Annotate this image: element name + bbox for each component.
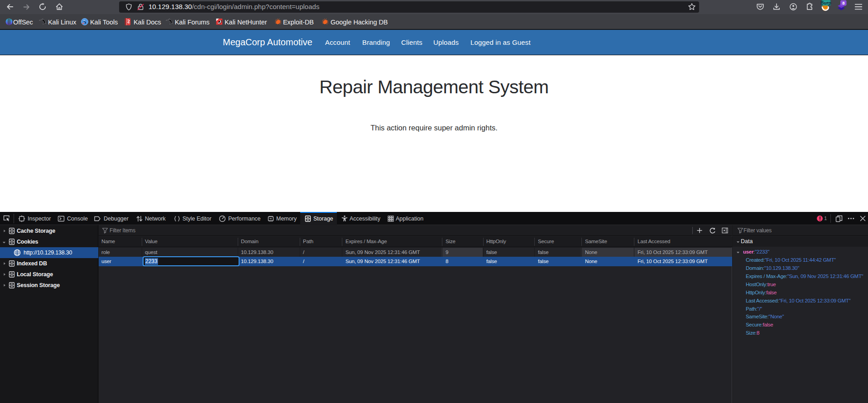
svg-text:8: 8 bbox=[842, 0, 844, 5]
svg-text:Burp: Burp bbox=[820, 0, 831, 5]
